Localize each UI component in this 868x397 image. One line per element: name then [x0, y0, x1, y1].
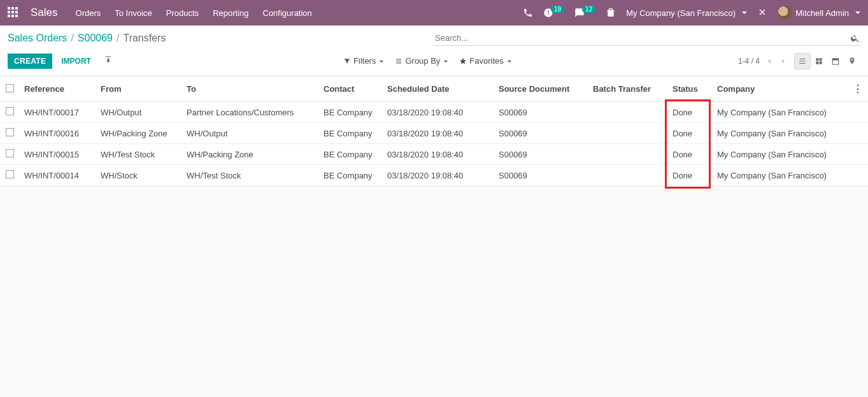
row-checkbox[interactable] — [6, 107, 14, 115]
pager: 1-4 / 4 — [738, 57, 788, 66]
breadcrumb-current: Transfers — [123, 32, 166, 44]
activities-icon[interactable]: 19 — [543, 8, 564, 18]
col-batch[interactable]: Batch Transfer — [588, 76, 667, 102]
user-menu[interactable]: Mitchell Admin — [778, 6, 860, 20]
top-navbar: Sales Orders To Invoice Products Reporti… — [0, 0, 868, 25]
cell-status: Done — [667, 102, 712, 123]
cell-company: My Company (San Francisco) — [712, 144, 848, 165]
favorites-button[interactable]: Favorites — [459, 56, 511, 66]
menu-to-invoice[interactable]: To Invoice — [115, 8, 152, 18]
favorites-label: Favorites — [469, 56, 503, 66]
cell-source: S00069 — [494, 123, 588, 144]
cell-company: My Company (San Francisco) — [712, 123, 848, 144]
select-all-checkbox[interactable] — [6, 84, 14, 92]
company-name: My Company (San Francisco) — [626, 8, 736, 18]
menu-configuration[interactable]: Configuration — [263, 8, 312, 18]
discuss-badge: 12 — [582, 5, 595, 13]
cell-reference: WH/INT/00016 — [19, 123, 96, 144]
create-button[interactable]: CREATE — [8, 54, 52, 69]
menu-reporting[interactable]: Reporting — [213, 8, 248, 18]
col-reference[interactable]: Reference — [19, 76, 96, 102]
table-row[interactable]: WH/INT/00017WH/OutputPartner Locations/C… — [0, 102, 868, 123]
row-checkbox[interactable] — [6, 170, 14, 178]
menu-products[interactable]: Products — [166, 8, 199, 18]
table-options-icon[interactable]: ⋮ — [853, 83, 863, 94]
cell-status: Done — [667, 144, 712, 165]
cell-from: WH/Stock — [96, 165, 181, 186]
cell-to: WH/Output — [181, 123, 318, 144]
cell-scheduled: 03/18/2020 19:08:40 — [382, 165, 494, 186]
view-kanban-icon[interactable] — [811, 53, 827, 69]
table-row[interactable]: WH/INT/00014WH/StockWH/Test StockBE Comp… — [0, 165, 868, 186]
breadcrumb-sales-orders[interactable]: Sales Orders — [8, 32, 67, 44]
cell-source: S00069 — [494, 165, 588, 186]
top-menu: Orders To Invoice Products Reporting Con… — [76, 8, 312, 18]
module-brand[interactable]: Sales — [31, 6, 58, 19]
cell-batch — [588, 123, 667, 144]
pager-text: 1-4 / 4 — [738, 57, 760, 66]
row-checkbox[interactable] — [6, 128, 14, 136]
search-icon[interactable] — [850, 33, 860, 43]
view-switcher — [794, 53, 860, 69]
cell-scheduled: 03/18/2020 19:08:40 — [382, 102, 494, 123]
avatar — [778, 6, 792, 20]
cell-company: My Company (San Francisco) — [712, 102, 848, 123]
cell-source: S00069 — [494, 102, 588, 123]
table-header-row: Reference From To Contact Scheduled Date… — [0, 76, 868, 102]
cell-reference: WH/INT/00014 — [19, 165, 96, 186]
col-contact[interactable]: Contact — [318, 76, 382, 102]
group-by-label: Group By — [405, 56, 440, 66]
apps-icon[interactable] — [8, 7, 19, 18]
cell-batch — [588, 102, 667, 123]
row-checkbox[interactable] — [6, 149, 14, 157]
search-input[interactable] — [434, 31, 850, 45]
cell-contact: BE Company — [318, 123, 382, 144]
breadcrumb-order[interactable]: S00069 — [78, 32, 113, 44]
cell-status: Done — [667, 165, 712, 186]
cell-scheduled: 03/18/2020 19:08:40 — [382, 144, 494, 165]
table-row[interactable]: WH/INT/00015WH/Test StockWH/Packing Zone… — [0, 144, 868, 165]
view-list-icon[interactable] — [794, 53, 811, 69]
view-map-icon[interactable] — [844, 53, 860, 69]
col-to[interactable]: To — [181, 76, 318, 102]
cell-contact: BE Company — [318, 144, 382, 165]
cell-reference: WH/INT/00017 — [19, 102, 96, 123]
group-by-button[interactable]: Group By — [395, 56, 448, 66]
filters-button[interactable]: Filters — [343, 56, 383, 66]
tray-icon[interactable] — [606, 8, 616, 18]
pager-prev-icon[interactable] — [765, 57, 774, 66]
import-button[interactable]: IMPORT — [55, 54, 97, 69]
cell-from: WH/Packing Zone — [96, 123, 181, 144]
col-scheduled[interactable]: Scheduled Date — [382, 76, 494, 102]
col-status[interactable]: Status — [667, 76, 712, 102]
cell-batch — [588, 165, 667, 186]
phone-icon[interactable] — [523, 8, 533, 18]
col-from[interactable]: From — [96, 76, 181, 102]
filters-label: Filters — [353, 56, 376, 66]
activities-badge: 19 — [551, 5, 564, 13]
cell-to: Partner Locations/Customers — [181, 102, 318, 123]
cell-from: WH/Output — [96, 102, 181, 123]
download-icon[interactable] — [100, 52, 117, 69]
discuss-icon[interactable]: 12 — [574, 8, 595, 18]
search-bar — [434, 31, 860, 46]
company-switcher[interactable]: My Company (San Francisco) — [626, 8, 747, 18]
table-row[interactable]: WH/INT/00016WH/Packing ZoneWH/OutputBE C… — [0, 123, 868, 144]
col-source[interactable]: Source Document — [494, 76, 588, 102]
cell-batch — [588, 144, 667, 165]
cell-reference: WH/INT/00015 — [19, 144, 96, 165]
close-icon[interactable] — [757, 7, 767, 19]
pager-next-icon[interactable] — [779, 57, 788, 66]
cell-source: S00069 — [494, 144, 588, 165]
cell-contact: BE Company — [318, 102, 382, 123]
cell-to: WH/Packing Zone — [181, 144, 318, 165]
col-company[interactable]: Company — [712, 76, 848, 102]
view-calendar-icon[interactable] — [827, 53, 844, 69]
cell-from: WH/Test Stock — [96, 144, 181, 165]
cell-status: Done — [667, 123, 712, 144]
menu-orders[interactable]: Orders — [76, 8, 101, 18]
cell-scheduled: 03/18/2020 19:08:40 — [382, 123, 494, 144]
user-name: Mitchell Admin — [795, 8, 849, 18]
cell-to: WH/Test Stock — [181, 165, 318, 186]
cell-company: My Company (San Francisco) — [712, 165, 848, 186]
